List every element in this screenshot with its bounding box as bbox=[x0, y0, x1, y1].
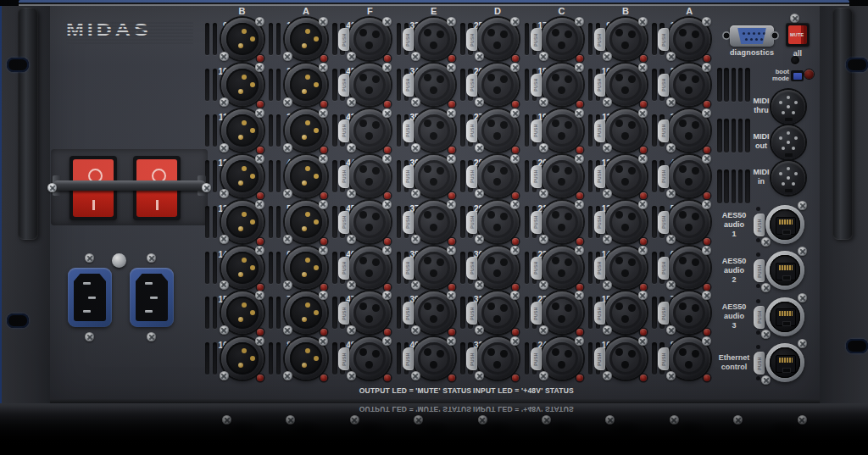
panel-screw bbox=[761, 375, 771, 385]
rack-mount-hole bbox=[7, 58, 29, 72]
push-label: PUSH bbox=[757, 311, 762, 325]
reflection-screw bbox=[478, 415, 487, 424]
panel-screw bbox=[798, 201, 807, 210]
push-label: PUSH bbox=[757, 219, 762, 232]
reflection-screw bbox=[222, 415, 231, 424]
push-label: PUSH bbox=[757, 264, 762, 278]
port-aes50-audio-3 bbox=[765, 297, 804, 336]
latch-screw-hole bbox=[756, 330, 760, 335]
panel-screw bbox=[761, 237, 771, 247]
latch-screw-hole bbox=[756, 376, 760, 380]
latch-screw-hole bbox=[756, 207, 760, 211]
rack-ear-right bbox=[820, 6, 868, 403]
output-led-note: OUTPUT LED = 'MUTE' STATUS bbox=[356, 386, 475, 395]
input-led-note: INPUT LED = '+48V' STATUS bbox=[466, 386, 581, 395]
panel-screw bbox=[202, 183, 211, 192]
rocker-on-symbol bbox=[92, 200, 95, 210]
panel-screw bbox=[47, 183, 57, 192]
ethercon-release-latch[interactable]: PUSH bbox=[754, 352, 765, 375]
reflection-extras bbox=[0, 403, 868, 455]
push-label: PUSH bbox=[757, 357, 762, 370]
rack-handle-left bbox=[18, 8, 38, 240]
panel-screw bbox=[798, 247, 807, 256]
rocker-on-symbol bbox=[156, 200, 159, 210]
ethercon-release-latch[interactable]: PUSH bbox=[754, 306, 765, 329]
rack-mount-hole bbox=[846, 339, 868, 353]
rj45-socket bbox=[776, 355, 796, 373]
reflection-screw bbox=[350, 415, 359, 424]
port-aes50-audio-2 bbox=[765, 251, 804, 290]
port-aes50-audio-1 bbox=[765, 205, 804, 244]
panel-screw bbox=[761, 330, 771, 339]
switch-guard-bar bbox=[53, 180, 206, 191]
rack-mount-hole bbox=[846, 58, 868, 72]
rj45-socket bbox=[776, 217, 796, 235]
panel-screw bbox=[761, 283, 771, 292]
latch-screw-hole bbox=[756, 284, 760, 288]
panel-screw bbox=[798, 293, 807, 302]
ethercon-release-latch[interactable]: PUSH bbox=[754, 214, 765, 236]
latch-screw-hole bbox=[756, 345, 760, 349]
floor-reflection: OUTPUT LED = 'MUTE' STATUS INPUT LED = '… bbox=[0, 403, 868, 455]
port-ethernet-control bbox=[765, 343, 804, 382]
rack-ear-left bbox=[0, 6, 50, 403]
rj45-socket bbox=[776, 308, 796, 326]
latch-screw-hole bbox=[756, 299, 760, 303]
stagebox-rear-panel: MIDAS bbox=[0, 0, 868, 403]
rj45-socket bbox=[776, 263, 796, 280]
rack-handle-right bbox=[832, 8, 853, 240]
network-section: AES50audio1PUSHAES50audio2PUSHAES50audio… bbox=[0, 0, 868, 403]
reflection-screw bbox=[733, 415, 743, 424]
ethercon-release-latch[interactable]: PUSH bbox=[754, 259, 765, 282]
reflection-screw bbox=[542, 415, 551, 424]
latch-screw-hole bbox=[756, 238, 760, 242]
product-photo-background: MIDAS bbox=[0, 0, 868, 455]
reflection-screw bbox=[670, 415, 679, 424]
reflection-screw bbox=[798, 415, 807, 424]
panel-screw bbox=[798, 339, 807, 348]
rack-mount-hole bbox=[7, 314, 29, 328]
